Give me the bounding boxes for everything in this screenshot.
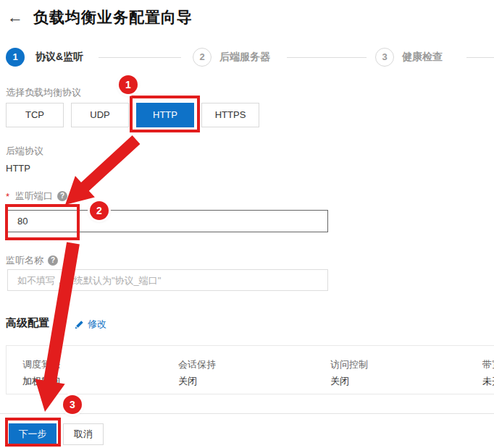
protocol-option-udp[interactable]: UDP (71, 103, 129, 127)
step-connector (466, 57, 494, 58)
modify-link[interactable]: 修改 (75, 318, 106, 331)
step-2-label: 后端服务器 (219, 51, 270, 64)
summary-header-access: 访问控制 (330, 358, 368, 371)
step-1-label: 协议&监听 (35, 51, 83, 64)
listen-name-label: 监听名称 ? (6, 254, 58, 267)
backend-protocol-value: HTTP (6, 163, 30, 174)
annotation-badge-3: 3 (63, 395, 82, 414)
step-health-check: 3 健康检查 (375, 48, 443, 67)
step-connector (99, 57, 181, 58)
step-connector (287, 57, 367, 58)
listen-port-input[interactable] (7, 210, 328, 232)
annotation-arrow-to-port-input (65, 135, 140, 205)
help-question-icon[interactable]: ? (57, 191, 67, 201)
summary-header-bandwidth: 带宽 (482, 358, 494, 371)
summary-value-access: 关闭 (330, 375, 349, 388)
advanced-config-summary: 调度算法 加权轮询 会话保持 关闭 访问控制 关闭 带宽 未开启 (6, 345, 494, 394)
cancel-button[interactable]: 取消 (63, 423, 104, 445)
protocol-select-label: 选择负载均衡协议 (6, 86, 81, 99)
step-3-label: 健康检查 (402, 51, 443, 64)
summary-header-scheduling: 调度算法 (22, 358, 60, 371)
listen-name-input[interactable] (7, 269, 328, 291)
next-step-button[interactable]: 下一步 (9, 423, 56, 445)
backend-protocol-label: 后端协议 (6, 145, 43, 158)
back-arrow-icon[interactable]: ← (7, 9, 23, 25)
summary-header-session: 会话保持 (178, 358, 216, 371)
step-1-circle: 1 (6, 48, 25, 67)
summary-value-bandwidth: 未开启 (482, 375, 494, 388)
listen-port-label: * 监听端口 ? (6, 190, 67, 203)
protocol-option-https[interactable]: HTTPS (201, 103, 259, 127)
footer-divider (0, 413, 494, 414)
listen-name-label-text: 监听名称 (6, 254, 43, 267)
page-header: ← 负载均衡业务配置向导 (7, 7, 193, 28)
step-3-circle: 3 (375, 48, 394, 67)
summary-value-session: 关闭 (178, 375, 197, 388)
advanced-config-title: 高级配置 (6, 316, 49, 330)
step-2-circle: 2 (193, 48, 212, 67)
help-question-icon[interactable]: ? (48, 255, 58, 266)
step-protocol-listen: 1 协议&监听 (6, 48, 83, 67)
required-asterisk: * (6, 191, 9, 202)
annotation-badge-1: 1 (119, 75, 138, 94)
protocol-option-tcp[interactable]: TCP (6, 103, 64, 127)
modify-link-label: 修改 (88, 318, 106, 331)
pencil-edit-icon (75, 319, 85, 329)
listen-port-label-text: 监听端口 (15, 190, 53, 203)
page-title: 负载均衡业务配置向导 (33, 7, 193, 28)
step-backend-server: 2 后端服务器 (193, 48, 270, 67)
protocol-option-http[interactable]: HTTP (136, 103, 194, 127)
summary-value-scheduling: 加权轮询 (22, 375, 60, 388)
lb-wizard-page: ← 负载均衡业务配置向导 1 协议&监听 2 后端服务器 3 健康检查 选择负载… (0, 0, 494, 448)
